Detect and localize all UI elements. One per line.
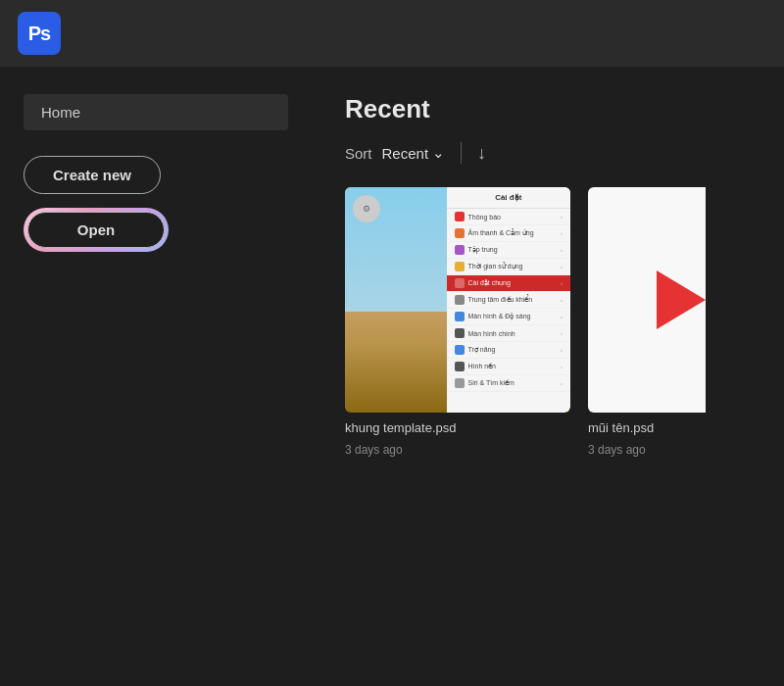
chevron-right-icon: › — [561, 247, 563, 253]
settings-item-icon — [455, 345, 465, 355]
settings-item-label: Hình nền — [468, 363, 497, 370]
settings-item: Trợ năng › — [447, 342, 571, 359]
settings-item-label: Âm thanh & Cảm ứng — [468, 229, 534, 237]
file-date: 3 days ago — [345, 443, 570, 457]
settings-item-label: Cài đặt chung — [468, 279, 511, 287]
sidebar-buttons: Create new Open — [24, 156, 290, 252]
sort-direction-button[interactable]: ↓ — [477, 143, 486, 164]
chevron-right-icon: › — [561, 214, 563, 220]
settings-header: Cài đặt — [447, 187, 571, 209]
settings-item-icon — [455, 278, 465, 288]
file-thumbnail: Cài đặt Thông báo › Âm thanh & Cảm ứng › — [345, 187, 570, 413]
chevron-right-icon: › — [561, 230, 563, 236]
file-name: khung template.psd — [345, 420, 570, 435]
arrow-shape — [657, 270, 706, 329]
chevron-right-icon: › — [561, 330, 563, 336]
settings-item-icon — [455, 245, 465, 255]
file-thumbnail-partial — [588, 187, 706, 413]
settings-item-icon — [455, 312, 465, 321]
file-card[interactable]: mũi tên.psd 3 days ago — [588, 187, 706, 457]
settings-item-label: Màn hình chính — [468, 330, 515, 337]
settings-item-label: Trung tâm điều khiển — [468, 296, 533, 304]
settings-item: Màn hình & Độ sáng › — [447, 309, 571, 325]
settings-item-label: Trợ năng — [468, 346, 496, 354]
settings-item: Siri & Tìm kiếm › — [447, 375, 571, 392]
settings-item: Màn hình chính › — [447, 325, 571, 342]
settings-item-label: Thông báo — [468, 214, 501, 220]
settings-item: Thông báo › — [447, 209, 571, 225]
settings-item: Tập trung › — [447, 242, 571, 259]
app-logo: Ps — [18, 12, 61, 55]
settings-item: Âm thanh & Cảm ứng › — [447, 225, 571, 242]
open-button-wrapper: Open — [24, 208, 169, 252]
sort-divider — [461, 142, 462, 164]
settings-overlay: Cài đặt Thông báo › Âm thanh & Cảm ứng › — [447, 187, 571, 413]
settings-item: Trung tâm điều khiển › — [447, 292, 571, 309]
settings-item-label: Siri & Tìm kiếm — [468, 379, 514, 387]
chevron-right-icon: › — [561, 280, 563, 286]
chevron-right-icon: › — [561, 314, 563, 319]
file-grid: Cài đặt Thông báo › Âm thanh & Cảm ứng › — [345, 187, 753, 457]
sort-option-label: Recent — [382, 145, 429, 162]
settings-item-icon — [455, 262, 465, 271]
settings-item-icon — [455, 228, 465, 238]
chevron-right-icon: › — [561, 297, 563, 303]
chevron-right-icon: › — [561, 347, 563, 353]
settings-item-icon — [455, 212, 465, 221]
file-name: mũi tên.psd — [588, 420, 706, 435]
sort-label: Sort — [345, 145, 372, 162]
content-area: Recent Sort Recent ⌄ ↓ Cài đặt — [314, 67, 784, 686]
settings-item-icon — [455, 362, 465, 371]
settings-item-icon — [455, 295, 465, 305]
settings-item: Thời gian sử dụng › — [447, 259, 571, 275]
open-button[interactable]: Open — [27, 212, 165, 248]
chevron-right-icon: › — [561, 364, 563, 369]
thumbnail-second — [588, 187, 706, 413]
topbar: Ps — [0, 0, 784, 67]
file-date: 3 days ago — [588, 443, 706, 457]
file-card[interactable]: Cài đặt Thông báo › Âm thanh & Cảm ứng › — [345, 187, 570, 457]
settings-item-highlighted: Cài đặt chung › — [447, 275, 571, 292]
recent-title: Recent — [345, 94, 753, 124]
main-layout: Home Create new Open Recent Sort Recent … — [0, 67, 784, 686]
settings-item-label: Tập trung — [468, 246, 498, 254]
sidebar: Home Create new Open — [0, 67, 314, 686]
home-label: Home — [24, 94, 288, 130]
chevron-right-icon: › — [561, 264, 563, 270]
chevron-down-icon: ⌄ — [432, 144, 445, 162]
settings-item-icon — [455, 328, 465, 338]
sort-row: Sort Recent ⌄ ↓ — [345, 142, 753, 164]
settings-item-label: Thời gian sử dụng — [468, 263, 523, 270]
settings-item-icon — [455, 378, 465, 388]
settings-item-label: Màn hình & Độ sáng — [468, 313, 531, 320]
settings-item: Hình nền › — [447, 359, 571, 375]
sort-select-button[interactable]: Recent ⌄ — [382, 144, 446, 162]
chevron-right-icon: › — [561, 380, 563, 386]
thumbnail-circle: ⚙ — [353, 195, 380, 222]
create-new-button[interactable]: Create new — [24, 156, 161, 194]
